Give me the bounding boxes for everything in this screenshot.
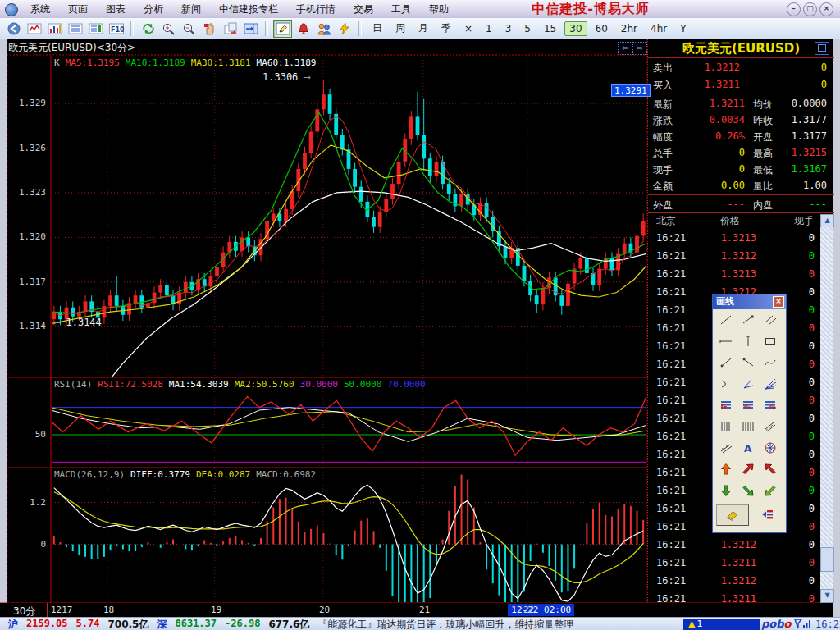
draw-icon[interactable] [273, 20, 292, 38]
draw-tool-arc[interactable] [714, 373, 737, 395]
list-icon[interactable] [86, 20, 105, 38]
close-button[interactable]: × [819, 2, 833, 16]
draw-tool-percent1[interactable]: % [737, 395, 759, 416]
draw-tool-angle[interactable] [737, 373, 759, 395]
zoom-out-icon[interactable] [180, 20, 199, 38]
draw-tool-arrowse[interactable] [737, 480, 759, 501]
draw-toolbar-close-icon[interactable]: × [773, 296, 784, 308]
price-tick: 1.320 [3, 231, 46, 242]
draw-toolbar-title: 画线 [716, 296, 734, 307]
panel-icon[interactable] [241, 20, 260, 38]
timeframe-周[interactable]: 周 [390, 20, 410, 37]
menu-图表[interactable]: 图表 [97, 0, 135, 19]
draw-tool-ray[interactable] [714, 352, 737, 373]
scroll-up-icon[interactable]: ▲ [820, 214, 834, 228]
restore-button[interactable]: □ [803, 2, 817, 16]
timeframe-季[interactable]: 季 [436, 20, 456, 37]
svg-text:A: A [744, 443, 752, 454]
alarm-icon[interactable] [294, 20, 313, 38]
chart-title: 欧元美元(EURUSD)<30分> [8, 41, 135, 54]
status-bar: 沪2159.055.74700.5亿深8631.37-26.98677.6亿『能… [0, 617, 840, 630]
time-axis: 30分 12-22 02:00 12171819202122 [0, 603, 833, 617]
chart-prev-button[interactable]: ⇦ [618, 42, 632, 55]
app-icon[interactable] [5, 3, 18, 16]
f10-icon[interactable]: F10 [107, 20, 126, 38]
menu-手机行情[interactable]: 手机行情 [287, 0, 345, 19]
timeframe-Y[interactable]: Y [675, 21, 691, 36]
draw-tool-settings[interactable] [760, 508, 775, 523]
draw-tool-percent2[interactable]: % [759, 395, 781, 416]
draw-tool-arrowup[interactable] [714, 459, 737, 480]
macd-tick: 1.2 [3, 497, 46, 508]
timeframe-1[interactable]: 1 [481, 21, 497, 36]
app-window: 系统页面图表分析新闻中信建投专栏手机行情交易工具帮助 中信建投-博易大师 –□×… [0, 0, 840, 630]
timeframe-5[interactable]: 5 [519, 21, 536, 36]
draw-tool-hline[interactable] [714, 331, 737, 352]
status-item: 8631.37 [175, 618, 217, 630]
timeframe-×[interactable]: × [459, 21, 477, 36]
draw-tool-arrownw[interactable] [759, 459, 781, 480]
menu-交易[interactable]: 交易 [345, 0, 382, 19]
chart-icon[interactable] [25, 20, 43, 38]
menu-分析[interactable]: 分析 [135, 0, 172, 19]
draw-toolbar-titlebar[interactable]: 画线 × [713, 294, 786, 309]
hand-icon[interactable] [200, 20, 219, 38]
board-icon[interactable] [66, 20, 84, 38]
draw-tool-trendline[interactable] [737, 309, 759, 331]
draw-tool-vgrid1[interactable] [714, 416, 737, 437]
menu-系统[interactable]: 系统 [21, 0, 59, 19]
draw-tool-rect[interactable] [759, 331, 781, 352]
main-chart-area[interactable] [7, 39, 647, 603]
tick-row: 16:21 1.3211 0 [648, 557, 821, 575]
status-item: 5.74 [76, 618, 100, 630]
timeframe-2hr[interactable]: 2hr [616, 21, 642, 36]
timeframe-30[interactable]: 30 [564, 21, 587, 36]
timeframe-3[interactable]: 3 [500, 21, 517, 36]
scroll-thumb[interactable] [820, 547, 834, 572]
menu-工具[interactable]: 工具 [382, 0, 420, 19]
menu-bar: 系统页面图表分析新闻中信建投专栏手机行情交易工具帮助 [21, 0, 458, 18]
draw-tool-halfline[interactable] [737, 352, 759, 373]
zoom-in-icon[interactable] [159, 20, 178, 38]
scroll-down-icon[interactable]: ▼ [820, 589, 834, 603]
draw-tool-eraser[interactable] [716, 504, 749, 526]
draw-tool-segment[interactable] [714, 309, 737, 331]
analysis-icon[interactable] [45, 20, 64, 38]
tick-list-scrollbar[interactable]: ▲ ▼ [820, 214, 833, 603]
draw-toolbar[interactable]: 画线 × G%%A [712, 294, 787, 533]
menu-页面[interactable]: 页面 [59, 0, 97, 19]
draw-tool-arrowdown[interactable] [714, 480, 737, 501]
low-annotation: ⟵ 1.3144 [54, 317, 102, 328]
scroll-track[interactable] [820, 227, 833, 588]
menu-中信建投专栏[interactable]: 中信建投专栏 [210, 0, 287, 19]
draw-tool-arrowsw[interactable] [759, 480, 781, 501]
date-tick: 22 [523, 605, 534, 615]
minimize-button[interactable]: – [787, 2, 801, 16]
back-icon[interactable] [4, 20, 23, 38]
chart-next-button[interactable]: ⇨ [632, 42, 647, 55]
timeframe-4hr[interactable]: 4hr [646, 21, 672, 36]
menu-新闻[interactable]: 新闻 [172, 0, 210, 19]
timeframe-日[interactable]: 日 [368, 20, 387, 37]
draw-tool-fan[interactable] [759, 373, 781, 395]
draw-tool-arrowne[interactable] [737, 459, 759, 480]
draw-tool-parallel[interactable] [759, 309, 781, 331]
draw-tool-ganncircle[interactable] [759, 437, 781, 459]
timeframe-月[interactable]: 月 [413, 20, 433, 37]
draw-tool-golden[interactable]: G [714, 395, 737, 416]
flash-icon[interactable] [335, 20, 354, 38]
pages-icon[interactable] [221, 20, 240, 38]
draw-tool-vgrid2[interactable] [737, 416, 759, 437]
alert-badge[interactable]: ▲1 [683, 619, 760, 630]
draw-tool-curve[interactable] [759, 352, 781, 373]
svg-text:G: G [721, 403, 727, 411]
draw-tool-text[interactable]: A [737, 437, 759, 459]
draw-tool-vline[interactable] [737, 331, 759, 352]
refresh-icon[interactable] [139, 20, 158, 38]
timeframe-60[interactable]: 60 [591, 21, 613, 36]
timeframe-15[interactable]: 15 [539, 21, 561, 36]
draw-tool-channel[interactable] [759, 416, 781, 437]
menu-帮助[interactable]: 帮助 [420, 0, 458, 19]
users-icon[interactable] [314, 20, 333, 38]
draw-tool-regression[interactable] [714, 437, 737, 459]
